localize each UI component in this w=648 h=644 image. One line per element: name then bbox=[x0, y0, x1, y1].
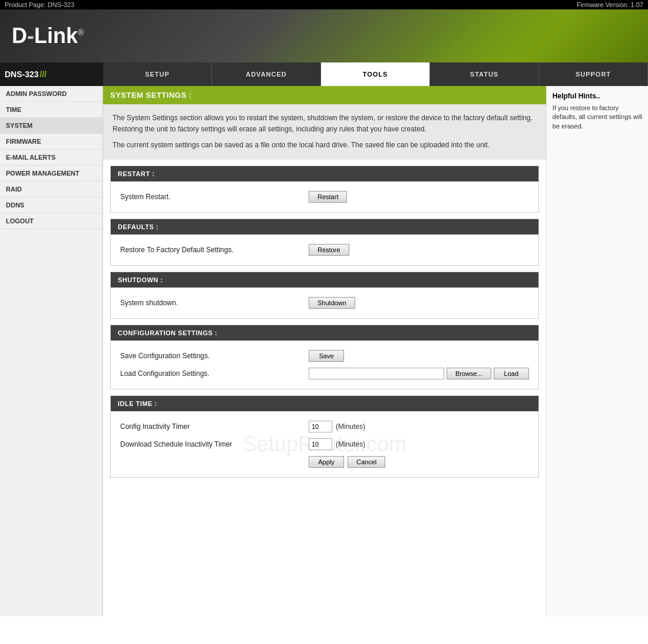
config-file-display bbox=[309, 368, 444, 379]
nav-bar: DNS-323/// SETUP ADVANCED TOOLS STATUS S… bbox=[0, 62, 648, 86]
download-inactivity-row: Download Schedule Inactivity Timer (Minu… bbox=[120, 438, 529, 450]
product-label: Product Page: DNS-323 bbox=[5, 1, 74, 8]
main-layout: ADMIN PASSWORD TIME SYSTEM FIRMWARE E-MA… bbox=[0, 86, 648, 616]
shutdown-button[interactable]: Shutdown bbox=[309, 297, 355, 309]
defaults-row: Restore To Factory Default Settings. Res… bbox=[120, 244, 529, 256]
trademark-symbol: ® bbox=[78, 28, 84, 37]
hints-panel: Helpful Hints.. If you restore to factor… bbox=[546, 86, 648, 616]
shutdown-label: System shutdown. bbox=[120, 299, 309, 307]
defaults-header: DEFAULTS : bbox=[111, 219, 538, 235]
cancel-button[interactable]: Cancel bbox=[348, 456, 385, 468]
shutdown-section: SHUTDOWN : System shutdown. Shutdown bbox=[110, 272, 539, 319]
tab-support[interactable]: SUPPORT bbox=[539, 62, 648, 86]
download-inactivity-label: Download Schedule Inactivity Timer bbox=[120, 440, 309, 448]
shutdown-header: SHUTDOWN : bbox=[111, 272, 538, 288]
download-inactivity-unit: (Minutes) bbox=[336, 440, 365, 448]
restart-header: RESTART : bbox=[111, 166, 538, 181]
description2: The current system settings can be saved… bbox=[113, 140, 537, 151]
sidebar-item-logout[interactable]: LOGOUT bbox=[0, 213, 103, 229]
idle-time-body: SetupRouter.com Config Inactivity Timer … bbox=[111, 411, 538, 477]
top-bar: Product Page: DNS-323 Firmware Version: … bbox=[0, 0, 648, 9]
hints-text: If you restore to factory defaults, all … bbox=[553, 104, 643, 131]
sidebar-item-ddns[interactable]: DDNS bbox=[0, 197, 103, 213]
idle-time-buttons-row: Apply Cancel bbox=[120, 456, 529, 468]
config-section: CONFIGURATION SETTINGS : Save Configurat… bbox=[110, 325, 539, 389]
content-wrapper: SYSTEM SETTINGS : The System Settings se… bbox=[103, 86, 546, 478]
hints-title: Helpful Hints.. bbox=[553, 92, 643, 100]
config-load-label: Load Configuration Settings. bbox=[120, 369, 309, 378]
header: D-Link® bbox=[0, 9, 648, 62]
sidebar-item-power-management[interactable]: POWER MANAGEMENT bbox=[0, 166, 103, 181]
system-settings-info: The System Settings section allows you t… bbox=[103, 104, 546, 160]
sidebar-item-email-alerts[interactable]: E-MAIL ALERTS bbox=[0, 150, 103, 166]
defaults-section: DEFAULTS : Restore To Factory Default Se… bbox=[110, 219, 539, 266]
download-inactivity-input[interactable] bbox=[309, 438, 332, 450]
restart-body: System Restart. Restart bbox=[111, 181, 538, 212]
browse-button[interactable]: Browse... bbox=[447, 368, 491, 379]
sidebar-item-raid[interactable]: RAID bbox=[0, 181, 103, 197]
config-save-label: Save Configuration Settings. bbox=[120, 352, 309, 360]
defaults-label: Restore To Factory Default Settings. bbox=[120, 246, 309, 254]
system-settings-header: SYSTEM SETTINGS : bbox=[103, 86, 546, 104]
save-config-button[interactable]: Save bbox=[309, 350, 344, 362]
apply-button[interactable]: Apply bbox=[309, 456, 344, 468]
config-inactivity-row: Config Inactivity Timer (Minutes) bbox=[120, 421, 529, 432]
description1: The System Settings section allows you t… bbox=[113, 113, 537, 135]
restore-button[interactable]: Restore bbox=[309, 244, 349, 256]
sidebar-item-firmware[interactable]: FIRMWARE bbox=[0, 134, 103, 150]
defaults-body: Restore To Factory Default Settings. Res… bbox=[111, 235, 538, 265]
restart-label: System Restart. bbox=[120, 193, 309, 201]
nav-model-text: DNS-323 bbox=[5, 70, 39, 79]
tab-advanced[interactable]: ADVANCED bbox=[212, 62, 321, 86]
nav-tabs: SETUP ADVANCED TOOLS STATUS SUPPORT bbox=[103, 62, 648, 86]
config-inactivity-unit: (Minutes) bbox=[336, 422, 365, 431]
sidebar: ADMIN PASSWORD TIME SYSTEM FIRMWARE E-MA… bbox=[0, 86, 103, 616]
sidebar-item-admin-password[interactable]: ADMIN PASSWORD bbox=[0, 86, 103, 102]
firmware-label: Firmware Version: 1.07 bbox=[577, 1, 643, 8]
config-load-row: Load Configuration Settings. Browse... L… bbox=[120, 368, 529, 379]
load-button[interactable]: Load bbox=[494, 368, 529, 379]
config-inactivity-label: Config Inactivity Timer bbox=[120, 422, 309, 431]
restart-button[interactable]: Restart bbox=[309, 191, 347, 203]
config-body: Save Configuration Settings. Save Load C… bbox=[111, 341, 538, 389]
sidebar-item-time[interactable]: TIME bbox=[0, 102, 103, 118]
idle-time-section: IDLE TIME : SetupRouter.com Config Inact… bbox=[110, 395, 539, 478]
tab-tools[interactable]: TOOLS bbox=[321, 62, 430, 86]
tab-status[interactable]: STATUS bbox=[430, 62, 539, 86]
nav-slashes: /// bbox=[40, 70, 47, 79]
config-save-row: Save Configuration Settings. Save bbox=[120, 350, 529, 362]
idle-time-header: IDLE TIME : bbox=[111, 396, 538, 411]
shutdown-row: System shutdown. Shutdown bbox=[120, 297, 529, 309]
tab-setup[interactable]: SETUP bbox=[103, 62, 212, 86]
dlink-logo: D-Link® bbox=[12, 24, 84, 48]
nav-model: DNS-323/// bbox=[0, 62, 103, 86]
restart-row: System Restart. Restart bbox=[120, 191, 529, 203]
sidebar-item-system[interactable]: SYSTEM bbox=[0, 118, 103, 134]
restart-section: RESTART : System Restart. Restart bbox=[110, 166, 539, 213]
shutdown-body: System shutdown. Shutdown bbox=[111, 288, 538, 318]
config-header: CONFIGURATION SETTINGS : bbox=[111, 325, 538, 341]
content: SYSTEM SETTINGS : The System Settings se… bbox=[103, 86, 546, 616]
config-inactivity-input[interactable] bbox=[309, 421, 332, 432]
